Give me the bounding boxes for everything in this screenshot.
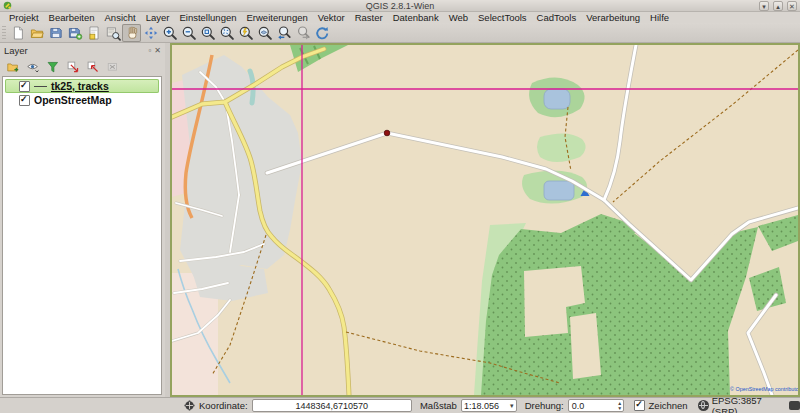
- collapse-all-button[interactable]: [84, 59, 101, 75]
- track-point-marker: [384, 130, 390, 136]
- pan-map-icon: [124, 25, 140, 41]
- coordinate-display-icon[interactable]: [184, 400, 195, 411]
- zoom-in-icon: [162, 25, 178, 41]
- composer-manager-icon: [105, 25, 121, 41]
- layer-panel-title: Layer: [4, 45, 28, 56]
- layer-panel-header: Layer ▫✕: [0, 43, 165, 57]
- manage-layer-visibility-button[interactable]: [24, 59, 41, 75]
- menu-item-projekt[interactable]: Projekt: [4, 12, 44, 23]
- menu-item-bearbeiten[interactable]: Bearbeiten: [44, 12, 100, 23]
- save-project-button[interactable]: [46, 24, 65, 42]
- title-bar: QGIS 2.8.1-Wien ▾▴✕: [0, 0, 800, 12]
- chevron-down-icon: ▾: [510, 402, 514, 410]
- spin-down-icon[interactable]: ▼: [617, 406, 622, 411]
- save-project-as-button[interactable]: [65, 24, 84, 42]
- zoom-full-icon: [219, 25, 235, 41]
- remove-layer-icon: [106, 60, 120, 74]
- zoom-last-button[interactable]: [274, 24, 293, 42]
- shade-window-button[interactable]: ▾: [759, 1, 769, 11]
- zoom-native-icon: [200, 25, 216, 41]
- layer-tree[interactable]: tk25, tracksOpenStreetMap: [2, 76, 162, 395]
- coordinate-label: Koordinate:: [199, 400, 248, 411]
- scale-value: 1:18.056: [464, 401, 508, 411]
- add-group-icon: [6, 60, 20, 74]
- layer-item-openstreetmap[interactable]: OpenStreetMap: [5, 93, 159, 107]
- maximize-window-button[interactable]: ▴: [773, 1, 783, 11]
- zoom-out-button[interactable]: [179, 24, 198, 42]
- layer-panel-toolbar: [0, 57, 165, 76]
- zoom-to-selection-button[interactable]: [236, 24, 255, 42]
- menu-item-verarbeitung[interactable]: Verarbeitung: [581, 12, 645, 23]
- messages-icon[interactable]: [789, 401, 800, 410]
- zoom-next-button[interactable]: [293, 24, 312, 42]
- scale-label: Maßstab: [420, 400, 457, 411]
- spin-arrows[interactable]: ▲▼: [617, 401, 623, 411]
- new-project-button[interactable]: [8, 24, 27, 42]
- zoom-full-button[interactable]: [217, 24, 236, 42]
- globe-icon: [698, 400, 709, 411]
- menu-item-selecttools[interactable]: SelectTools: [473, 12, 532, 23]
- close-panel-button[interactable]: ✕: [154, 46, 161, 55]
- layer-item-tk25-tracks[interactable]: tk25, tracks: [5, 79, 159, 93]
- expand-all-icon: [66, 60, 80, 74]
- add-group-button[interactable]: [4, 59, 21, 75]
- layer-name: OpenStreetMap: [34, 94, 112, 106]
- open-project-icon: [29, 25, 45, 41]
- menu-item-raster[interactable]: Raster: [350, 12, 388, 23]
- map-canvas[interactable]: © OpenStreetMap contributors: [170, 43, 800, 397]
- open-project-button[interactable]: [27, 24, 46, 42]
- crs-status[interactable]: EPSG:3857 (SRP): [698, 395, 783, 413]
- filter-legend-button[interactable]: [44, 59, 61, 75]
- remove-layer-button[interactable]: [104, 59, 121, 75]
- render-checkbox[interactable]: [634, 400, 644, 411]
- scale-combobox[interactable]: 1:18.056 ▾: [461, 399, 517, 412]
- zoom-next-icon: [295, 25, 311, 41]
- save-project-as-icon: [67, 25, 83, 41]
- zoom-native-button[interactable]: [198, 24, 217, 42]
- layer-name: tk25, tracks: [51, 80, 109, 92]
- pan-to-selection-icon: [143, 25, 159, 41]
- zoom-to-layer-button[interactable]: [255, 24, 274, 42]
- manage-layer-visibility-icon: [26, 60, 40, 74]
- menu-item-cadtools[interactable]: CadTools: [532, 12, 582, 23]
- float-panel-button[interactable]: ▫: [148, 46, 151, 55]
- render-label: Zeichnen: [649, 400, 688, 411]
- menu-item-layer[interactable]: Layer: [141, 12, 175, 23]
- menu-item-einstellungen[interactable]: Einstellungen: [174, 12, 241, 23]
- zoom-in-button[interactable]: [160, 24, 179, 42]
- rotation-value: 0.0: [572, 401, 618, 411]
- menu-item-ansicht[interactable]: Ansicht: [100, 12, 141, 23]
- menu-item-hilfe[interactable]: Hilfe: [645, 12, 674, 23]
- osm-attribution: © OpenStreetMap contributors: [730, 386, 798, 392]
- menu-item-datenbank[interactable]: Datenbank: [388, 12, 444, 23]
- refresh-icon: [314, 25, 330, 41]
- filter-legend-icon: [46, 60, 60, 74]
- pan-map-button[interactable]: [122, 24, 141, 42]
- close-window-button[interactable]: ✕: [787, 1, 797, 11]
- layer-panel: Layer ▫✕ tk25, tracksOpenStreetMap: [0, 43, 165, 397]
- menu-item-vektor[interactable]: Vektor: [313, 12, 350, 23]
- expand-all-button[interactable]: [64, 59, 81, 75]
- rotation-spinbox[interactable]: 0.0 ▲▼: [568, 399, 625, 412]
- layer-visibility-checkbox[interactable]: [19, 95, 30, 106]
- window-title: QGIS 2.8.1-Wien: [0, 1, 800, 11]
- new-print-composer-button[interactable]: [84, 24, 103, 42]
- rotation-label: Drehung:: [525, 400, 564, 411]
- zoom-out-icon: [181, 25, 197, 41]
- pan-to-selection-button[interactable]: [141, 24, 160, 42]
- crs-label: EPSG:3857 (SRP): [712, 395, 783, 413]
- layer-visibility-checkbox[interactable]: [19, 81, 30, 92]
- menu-item-erweiterungen[interactable]: Erweiterungen: [242, 12, 313, 23]
- coordinate-input[interactable]: [252, 399, 412, 412]
- new-project-icon: [10, 25, 26, 41]
- layer-panel-header-buttons: ▫✕: [148, 46, 161, 55]
- menu-bar: ProjektBearbeitenAnsichtLayerEinstellung…: [0, 12, 800, 23]
- toolbar-grip[interactable]: [2, 26, 6, 40]
- zoom-last-icon: [276, 25, 292, 41]
- zoom-to-layer-icon: [257, 25, 273, 41]
- menu-item-web[interactable]: Web: [444, 12, 473, 23]
- composer-manager-button[interactable]: [103, 24, 122, 42]
- zoom-to-selection-icon: [238, 25, 254, 41]
- refresh-button[interactable]: [312, 24, 331, 42]
- save-project-icon: [48, 25, 64, 41]
